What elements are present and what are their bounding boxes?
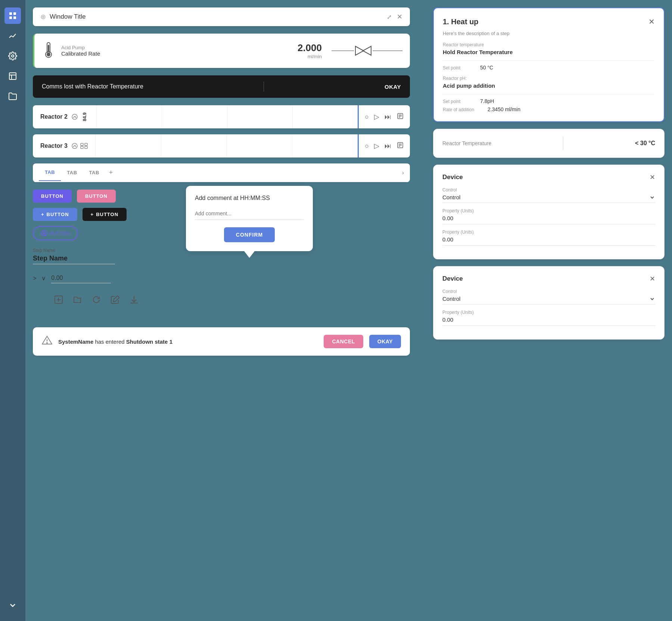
- device-1-header: Device ✕: [442, 173, 655, 181]
- buttons-section: BUTTON BUTTON + BUTTON + BUTTON BUTT: [33, 190, 160, 240]
- device-2-prop1-input[interactable]: 0.00: [442, 316, 655, 326]
- step-name-value: Step Name: [33, 255, 160, 262]
- sidebar-icon-folder[interactable]: [4, 88, 21, 104]
- comment-input[interactable]: [195, 207, 304, 220]
- button-purple[interactable]: BUTTON: [33, 190, 72, 203]
- device-1-prop1-label: Property (Units): [442, 208, 655, 213]
- add-box-icon[interactable]: [54, 295, 63, 307]
- device-1-control-label: Control: [442, 187, 655, 193]
- svg-rect-5: [9, 73, 16, 79]
- device-2-close[interactable]: ✕: [650, 275, 655, 283]
- device-2-control-select[interactable]: Control: [442, 296, 655, 305]
- right-panel: 1. Heat up ✕ Here's the description of a…: [426, 0, 672, 347]
- set-point-row: Set point 50 °C: [443, 60, 655, 71]
- tab-2[interactable]: TAB: [61, 165, 83, 181]
- device-1-control-select[interactable]: Control: [442, 194, 655, 203]
- device-1-control-group: Control Control: [442, 187, 655, 203]
- skip-icon-3[interactable]: ⏭: [385, 142, 391, 150]
- confirm-button[interactable]: CONFIRM: [224, 227, 275, 242]
- numeric-input-field[interactable]: [51, 273, 111, 283]
- reactor-temp-label: Reactor temperature: [443, 42, 655, 47]
- tab-add-button[interactable]: +: [105, 163, 117, 182]
- move-icon[interactable]: ⊕: [40, 13, 46, 21]
- tabs-chevron[interactable]: ›: [402, 169, 404, 176]
- sidebar-icon-table[interactable]: [4, 68, 21, 84]
- bottom-okay-button[interactable]: OKAY: [369, 335, 401, 348]
- device-1-prop1-input[interactable]: 0.00: [442, 215, 655, 224]
- svg-rect-24: [81, 146, 83, 149]
- window-title-text: Window Title: [50, 13, 85, 21]
- timeline-cell-3-3: [227, 134, 293, 157]
- rate-row: Rate of addition 2.3450 ml/min: [443, 104, 655, 112]
- device-1-prop1-group: Property (Units) 0.00: [442, 208, 655, 224]
- device-2-control-group: Control Control: [442, 289, 655, 305]
- expand-icon[interactable]: ⤢: [387, 13, 392, 21]
- sidebar-icon-chart[interactable]: [4, 28, 21, 44]
- folder-icon[interactable]: [72, 295, 82, 307]
- tab-1[interactable]: TAB: [39, 164, 61, 181]
- device-1-prop2-input[interactable]: 0.00: [442, 236, 655, 246]
- svg-rect-3: [13, 16, 16, 19]
- device-2-title: Device: [442, 275, 463, 283]
- stop-icon-3[interactable]: ○: [365, 142, 369, 150]
- svg-rect-1: [13, 12, 16, 15]
- temperature-card: Reactor Temperature < 30 °C: [433, 129, 665, 158]
- reactor-2-label: Reactor 2 84.9: [33, 105, 97, 128]
- svg-point-38: [47, 343, 47, 343]
- heat-up-title: 1. Heat up: [443, 18, 479, 26]
- skip-icon[interactable]: ⏭: [385, 113, 391, 121]
- reactor-3-name: Reactor 3: [40, 143, 68, 149]
- reactor-2-row: Reactor 2 84.9 ○ ▷ ⏭: [33, 105, 410, 128]
- reactor-3-label: Reactor 3: [33, 134, 96, 157]
- sidebar-icon-chevron[interactable]: [4, 597, 21, 614]
- download-icon[interactable]: [129, 295, 139, 307]
- plus-circle-icon: [41, 230, 47, 236]
- reactor-2-name: Reactor 2: [40, 113, 68, 120]
- heat-up-close[interactable]: ✕: [648, 17, 655, 26]
- svg-rect-0: [9, 12, 12, 15]
- reactor-temp-section: Reactor temperature Hold Reactor Tempera…: [443, 42, 655, 55]
- chevron-down-icon-2: [649, 296, 655, 302]
- device-1-close[interactable]: ✕: [650, 173, 655, 181]
- refresh-icon[interactable]: [91, 294, 102, 307]
- set-point-2-label: Set point: [443, 99, 473, 104]
- reactor-3-timeline: [96, 134, 359, 157]
- notes-icon[interactable]: [396, 112, 404, 122]
- close-icon[interactable]: ✕: [397, 13, 402, 21]
- edit-icon[interactable]: [111, 295, 120, 307]
- button-outline-purple[interactable]: BUTTON: [33, 226, 78, 240]
- heat-up-card: 1. Heat up ✕ Here's the description of a…: [433, 7, 665, 122]
- timeline-cell-3-4: [292, 134, 359, 157]
- window-title-right: ⤢ ✕: [387, 13, 402, 21]
- svg-point-4: [12, 55, 14, 57]
- device-card-1: Device ✕ Control Control Property (Units…: [433, 165, 665, 259]
- step-name-underline: [33, 264, 115, 264]
- alert-okay-button[interactable]: OKAY: [385, 84, 401, 90]
- sidebar-icon-settings[interactable]: [4, 48, 21, 64]
- plus-icon-black: +: [91, 212, 94, 217]
- play-icon-3[interactable]: ▷: [374, 142, 379, 150]
- play-icon[interactable]: ▷: [374, 113, 379, 121]
- device-1-prop2-label: Property (Units): [442, 230, 655, 235]
- dropdown-chevron[interactable]: ∨: [41, 275, 46, 282]
- device-card-2: Device ✕ Control Control Property (Units…: [433, 266, 665, 340]
- stop-icon[interactable]: ○: [365, 113, 369, 121]
- gt-symbol[interactable]: >: [33, 275, 36, 282]
- heat-up-description: Here's the description of a step: [443, 31, 655, 36]
- reactor-temp-value: Hold Reactor Temperature: [443, 49, 655, 55]
- notes-icon-3[interactable]: [396, 141, 404, 151]
- gauge-icon-3: [71, 143, 78, 149]
- button-blue-plus[interactable]: + BUTTON: [33, 208, 77, 221]
- plus-icon: +: [41, 212, 44, 217]
- device-1-prop1-value: 0.00: [442, 215, 453, 221]
- heat-up-header: 1. Heat up ✕: [443, 17, 655, 26]
- pump-rate-unit: ml/min: [298, 54, 322, 59]
- tabs-header: TAB TAB TAB + ›: [33, 163, 410, 182]
- tab-3[interactable]: TAB: [83, 165, 105, 181]
- pump-rate: 2.000 ml/min: [298, 42, 322, 59]
- cancel-button[interactable]: CANCEL: [324, 335, 363, 348]
- device-2-header: Device ✕: [442, 275, 655, 283]
- sidebar-icon-grid[interactable]: [4, 7, 21, 24]
- button-black-plus[interactable]: + BUTTON: [83, 208, 127, 221]
- button-pink[interactable]: BUTTON: [77, 190, 116, 203]
